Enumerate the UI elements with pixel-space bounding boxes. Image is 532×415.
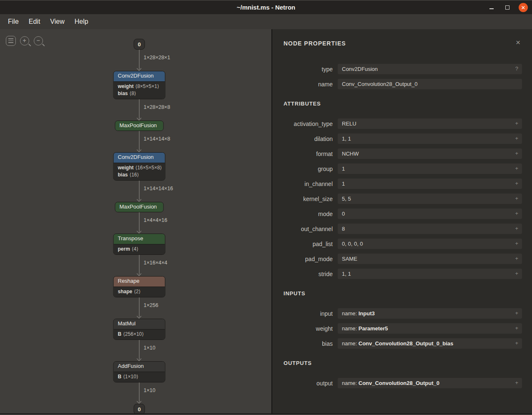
node-param-B[interactable]: B⟨1×10⟩ [118, 373, 161, 380]
arrow-down-icon [137, 66, 141, 70]
expand-icon[interactable]: + [515, 179, 518, 189]
node-title[interactable]: MaxPoolFusion [115, 202, 163, 212]
node-title[interactable]: Conv2DFusion [114, 153, 165, 163]
expand-icon[interactable]: + [515, 163, 518, 174]
graph-node-maxpoolfusion[interactable]: MaxPoolFusion [115, 121, 164, 131]
property-row-activation_type: activation_typeRELU+ [284, 118, 522, 129]
property-label: mode [284, 211, 333, 217]
expand-icon[interactable]: + [515, 378, 518, 388]
property-value-field[interactable]: name: Parameter5+ [338, 323, 522, 334]
arrow-down-icon [137, 229, 141, 233]
help-icon[interactable]: ? [515, 64, 518, 74]
node-param-bias[interactable]: bias⟨8⟩ [118, 90, 161, 97]
graph-node-transpose[interactable]: Transposeperm⟨4⟩ [113, 234, 166, 255]
graph-node-matmul[interactable]: MatMulB⟨256×10⟩ [113, 319, 166, 340]
edge-tensor-shape: 1×4×4×16 [144, 217, 168, 223]
graph-toolbar: + − [5, 35, 44, 46]
node-title[interactable]: AddFusion [114, 362, 165, 372]
property-value-field[interactable]: 1+ [338, 163, 522, 174]
panel-close-button[interactable]: × [515, 38, 521, 47]
node-title[interactable]: Conv2DFusion [114, 71, 165, 81]
expand-icon[interactable]: + [515, 194, 518, 204]
expand-icon[interactable]: + [515, 239, 518, 249]
maximize-button[interactable] [503, 3, 512, 12]
property-row-pad_list: pad_list0, 0, 0, 0+ [284, 239, 522, 249]
zoom-in-button[interactable]: + [19, 35, 30, 46]
property-value-field[interactable]: name: Input3+ [338, 308, 522, 319]
graph-io-node[interactable]: 0 [134, 404, 145, 414]
section-title-outputs: OUTPUTS [284, 360, 522, 366]
graph-edge: 1×28×28×8 [139, 99, 140, 121]
property-value-field[interactable]: SAME+ [338, 254, 522, 264]
menu-help[interactable]: Help [70, 14, 94, 29]
node-params: perm⟨4⟩ [114, 244, 165, 254]
property-row-out_channel: out_channel8+ [284, 224, 522, 234]
graph-menu-button[interactable] [5, 35, 16, 46]
node-params: weight⟨16×5×5×8⟩bias⟨16⟩ [114, 163, 165, 180]
property-value-field[interactable]: 5, 5+ [338, 194, 522, 204]
graph-node-conv2dfusion[interactable]: Conv2DFusionweight⟨16×5×5×8⟩bias⟨16⟩ [113, 152, 166, 181]
node-title[interactable]: Transpose [114, 234, 165, 244]
property-value-field[interactable]: Conv2DFusion? [338, 64, 522, 74]
node-param-shape[interactable]: shape⟨2⟩ [118, 288, 161, 295]
expand-icon[interactable]: + [515, 254, 518, 264]
node-param-B[interactable]: B⟨256×10⟩ [118, 331, 161, 338]
property-value-field[interactable]: 8+ [338, 224, 522, 234]
node-param-perm[interactable]: perm⟨4⟩ [118, 246, 161, 253]
arrow-down-icon [137, 197, 141, 201]
expand-icon[interactable]: + [515, 338, 518, 349]
node-title[interactable]: Reshape [114, 277, 165, 287]
graph-node-addfusion[interactable]: AddFusionB⟨1×10⟩ [113, 361, 166, 382]
property-value-field[interactable]: 1+ [338, 179, 522, 189]
arrow-down-icon [137, 399, 141, 403]
menu-edit[interactable]: Edit [24, 14, 46, 29]
property-row-dilation: dilation1, 1+ [284, 133, 522, 144]
node-param-weight[interactable]: weight⟨8×5×5×1⟩ [118, 83, 161, 90]
expand-icon[interactable]: + [515, 269, 518, 279]
expand-icon[interactable]: + [515, 323, 518, 334]
property-row-type: typeConv2DFusion? [284, 64, 522, 74]
property-label: stride [284, 271, 333, 277]
expand-icon[interactable]: + [515, 308, 518, 319]
property-row-weight: weightname: Parameter5+ [284, 323, 522, 334]
property-row-mode: mode0+ [284, 209, 522, 219]
zoom-out-button[interactable]: − [33, 35, 44, 46]
model-graph: 01×28×28×1Conv2DFusionweight⟨8×5×5×1⟩bia… [113, 39, 166, 414]
graph-node-maxpoolfusion[interactable]: MaxPoolFusion [115, 202, 164, 212]
property-value-field[interactable]: 1, 1+ [338, 269, 522, 279]
property-row-group: group1+ [284, 163, 522, 174]
property-label: out_channel [284, 226, 333, 232]
node-title[interactable]: MaxPoolFusion [115, 121, 163, 131]
property-value-field[interactable]: Conv_Convolution28_Output_0 [338, 79, 522, 89]
property-value-field[interactable]: name: Conv_Convolution28_Output_0+ [338, 378, 522, 388]
node-param-weight[interactable]: weight⟨16×5×5×8⟩ [118, 164, 161, 171]
property-value-field[interactable]: 1, 1+ [338, 133, 522, 144]
property-value-field[interactable]: name: Conv_Convolution28_Output_0_bias+ [338, 338, 522, 349]
expand-icon[interactable]: + [515, 133, 518, 144]
section-title-inputs: INPUTS [284, 290, 522, 297]
graph-node-conv2dfusion[interactable]: Conv2DFusionweight⟨8×5×5×1⟩bias⟨8⟩ [113, 71, 166, 99]
property-row-format: formatNCHW+ [284, 148, 522, 159]
expand-icon[interactable]: + [515, 148, 518, 159]
node-title[interactable]: MatMul [114, 319, 165, 329]
zoom-in-icon: + [20, 36, 29, 45]
close-icon: ✕ [519, 3, 528, 12]
property-label: name [284, 81, 333, 88]
menu-file[interactable]: File [3, 14, 24, 29]
graph-node-reshape[interactable]: Reshapeshape⟨2⟩ [113, 276, 166, 297]
minimize-button[interactable] [487, 3, 496, 12]
close-button[interactable]: ✕ [519, 3, 528, 12]
expand-icon[interactable]: + [515, 209, 518, 219]
edge-tensor-shape: 1×10 [144, 387, 156, 393]
property-value-field[interactable]: 0, 0, 0, 0+ [338, 239, 522, 249]
expand-icon[interactable]: + [515, 118, 518, 129]
graph-io-node[interactable]: 0 [134, 39, 145, 50]
graph-edge: 1×256 [139, 297, 140, 319]
menu-view[interactable]: View [45, 14, 70, 29]
node-param-bias[interactable]: bias⟨16⟩ [118, 171, 161, 179]
property-value-field[interactable]: NCHW+ [338, 148, 522, 159]
expand-icon[interactable]: + [515, 224, 518, 234]
edge-tensor-shape: 1×28×28×8 [144, 104, 171, 110]
property-value-field[interactable]: RELU+ [338, 118, 522, 129]
property-value-field[interactable]: 0+ [338, 209, 522, 219]
